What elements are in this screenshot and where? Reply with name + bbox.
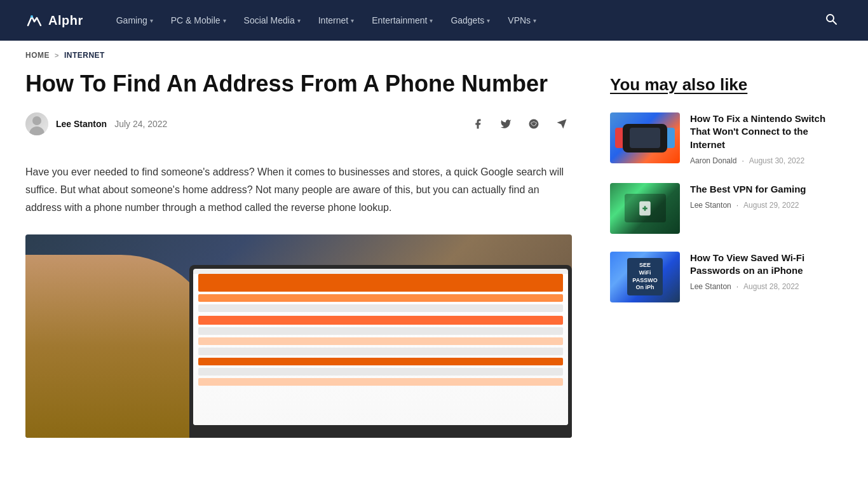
logo-text: Alphr	[48, 13, 83, 28]
svg-point-0	[31, 15, 33, 18]
nav-item-gadgets[interactable]: Gadgets ▾	[443, 10, 498, 30]
article-featured-image	[25, 234, 572, 438]
sidebar-card-content: The Best VPN for Gaming Lee Stanton · Au…	[690, 183, 826, 210]
sidebar-card-image-gaming	[610, 183, 680, 234]
author-name[interactable]: Lee Stanton	[56, 119, 107, 129]
sidebar-card-content: How To View Saved Wi-Fi Passwords on an …	[690, 252, 826, 292]
nav-items: Gaming ▾ PC & Mobile ▾ Social Media ▾ In…	[109, 10, 820, 30]
chevron-down-icon: ▾	[351, 17, 354, 24]
nav-item-gaming[interactable]: Gaming ▾	[109, 10, 161, 30]
sidebar-card-meta: Lee Stanton · August 28, 2022	[690, 282, 826, 291]
breadcrumb: HOME > INTERNET	[0, 41, 868, 70]
chevron-down-icon: ▾	[430, 17, 433, 24]
sidebar-card-date: August 29, 2022	[743, 201, 799, 210]
breadcrumb-separator: >	[55, 51, 59, 59]
sidebar: You may also like How To Fix a Ninte	[610, 70, 826, 438]
sidebar-card-date: August 28, 2022	[743, 282, 799, 291]
nav-item-vpns[interactable]: VPNs ▾	[500, 10, 544, 30]
sidebar-card-title: How To Fix a Nintendo Switch That Won't …	[690, 112, 826, 151]
sidebar-card-content: How To Fix a Nintendo Switch That Won't …	[690, 112, 826, 165]
article-body: Have you ever needed to find someone's a…	[25, 163, 572, 217]
sidebar-card-title: How To View Saved Wi-Fi Passwords on an …	[690, 252, 826, 278]
chevron-down-icon: ▾	[297, 17, 301, 24]
search-icon[interactable]	[820, 8, 843, 34]
sidebar-card-author: Lee Stanton	[690, 201, 731, 210]
reddit-share-icon[interactable]	[524, 114, 544, 134]
chevron-down-icon: ▾	[487, 17, 490, 24]
chevron-down-icon: ▾	[223, 17, 226, 24]
sidebar-card-wifi[interactable]: SEE WiFi PASSWO On iPh How To View Saved…	[610, 252, 826, 302]
breadcrumb-home[interactable]: HOME	[25, 51, 50, 60]
sidebar-card-author: Aaron Donald	[690, 156, 736, 165]
sidebar-card-meta: Lee Stanton · August 29, 2022	[690, 201, 826, 210]
social-share-icons	[468, 114, 572, 134]
sidebar-cards: How To Fix a Nintendo Switch That Won't …	[610, 112, 826, 302]
sidebar-card-title: The Best VPN for Gaming	[690, 183, 826, 196]
avatar	[25, 112, 48, 135]
sidebar-card-nintendo[interactable]: How To Fix a Nintendo Switch That Won't …	[610, 112, 826, 165]
article-meta: Lee Stanton July 24, 2022	[25, 112, 572, 146]
navigation: Alphr Gaming ▾ PC & Mobile ▾ Social Medi…	[0, 0, 868, 41]
page-layout: How To Find An Address From A Phone Numb…	[0, 70, 868, 438]
chevron-down-icon: ▾	[150, 17, 153, 24]
facebook-share-icon[interactable]	[468, 114, 488, 134]
nav-item-internet[interactable]: Internet ▾	[311, 10, 362, 30]
sidebar-card-meta: Aaron Donald · August 30, 2022	[690, 156, 826, 165]
article-title: How To Find An Address From A Phone Numb…	[25, 70, 572, 97]
sidebar-card-date: August 30, 2022	[749, 156, 804, 165]
twitter-share-icon[interactable]	[496, 114, 516, 134]
telegram-share-icon[interactable]	[552, 114, 572, 134]
sidebar-title: You may also like	[610, 75, 826, 95]
nav-item-pc-mobile[interactable]: PC & Mobile ▾	[163, 10, 234, 30]
sidebar-card-image-nintendo	[610, 112, 680, 163]
article-date: July 24, 2022	[114, 119, 167, 129]
chevron-down-icon: ▾	[533, 17, 536, 24]
site-logo[interactable]: Alphr	[25, 11, 83, 29]
article-main: How To Find An Address From A Phone Numb…	[25, 70, 572, 438]
sidebar-card-image-wifi: SEE WiFi PASSWO On iPh	[610, 252, 680, 302]
svg-rect-6	[644, 206, 646, 211]
nav-item-social-media[interactable]: Social Media ▾	[236, 10, 308, 30]
breadcrumb-current: INTERNET	[64, 51, 105, 60]
sidebar-card-author: Lee Stanton	[690, 282, 731, 291]
sidebar-card-gaming[interactable]: The Best VPN for Gaming Lee Stanton · Au…	[610, 183, 826, 234]
nav-item-entertainment[interactable]: Entertainment ▾	[364, 10, 440, 30]
article-meta-left: Lee Stanton July 24, 2022	[25, 112, 167, 135]
